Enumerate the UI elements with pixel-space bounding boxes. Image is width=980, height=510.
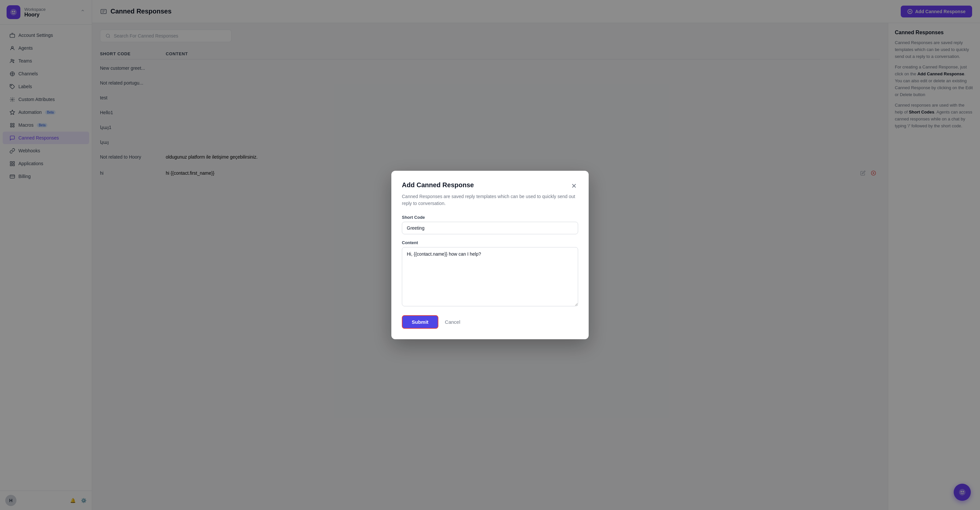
- modal-header: Add Canned Response ✕: [402, 181, 578, 191]
- short-code-group: Short Code: [402, 215, 578, 234]
- modal-close-button[interactable]: ✕: [570, 181, 578, 191]
- cancel-button[interactable]: Cancel: [442, 316, 463, 328]
- content-label: Content: [402, 240, 578, 245]
- modal-title: Add Canned Response: [402, 181, 474, 189]
- add-canned-response-modal: Add Canned Response ✕ Canned Responses a…: [391, 171, 589, 339]
- short-code-input[interactable]: [402, 222, 578, 234]
- modal-description: Canned Responses are saved reply templat…: [402, 193, 578, 207]
- content-textarea[interactable]: [402, 247, 578, 306]
- submit-button[interactable]: Submit: [402, 315, 438, 329]
- modal-overlay[interactable]: Add Canned Response ✕ Canned Responses a…: [0, 0, 980, 510]
- short-code-label: Short Code: [402, 215, 578, 220]
- content-group: Content: [402, 240, 578, 307]
- modal-actions: Submit Cancel: [402, 315, 578, 329]
